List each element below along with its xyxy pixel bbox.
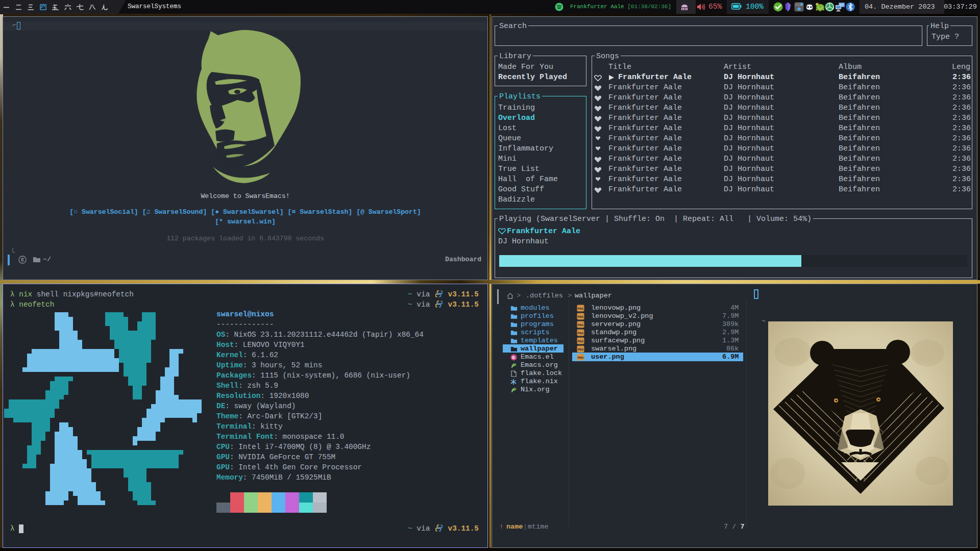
svg-text:PNG: PNG: [578, 340, 584, 343]
svg-text:PNG: PNG: [578, 356, 584, 359]
svg-text:PNG: PNG: [578, 332, 584, 335]
svg-text:PNG: PNG: [578, 315, 584, 318]
svg-text:PNG: PNG: [578, 348, 584, 351]
svg-text:PNG: PNG: [578, 307, 584, 310]
svg-text:PNG: PNG: [578, 323, 584, 327]
